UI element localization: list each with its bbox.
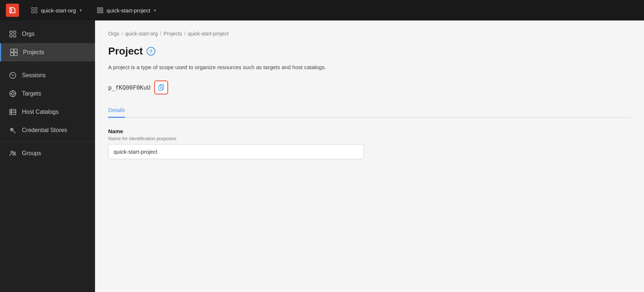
svg-rect-16	[14, 35, 16, 37]
main-content: Orgs / quick-start-org / Projects / quic…	[95, 20, 644, 292]
svg-point-34	[11, 151, 13, 153]
help-icon[interactable]: ?	[147, 47, 155, 56]
project-icon	[96, 7, 104, 14]
sidebar-divider-1	[0, 64, 95, 64]
svg-rect-10	[97, 12, 98, 13]
svg-rect-17	[11, 49, 14, 52]
svg-rect-8	[99, 10, 101, 11]
breadcrumb-org-name[interactable]: quick-start-org	[125, 31, 158, 37]
top-nav: quick-start-org ▾ quick-start-project ▾	[0, 0, 644, 20]
page-title: Project	[108, 45, 143, 57]
svg-rect-7	[97, 10, 98, 11]
breadcrumb-sep-1: /	[121, 31, 123, 37]
credential-stores-icon	[9, 126, 17, 134]
breadcrumb-orgs[interactable]: Orgs	[108, 31, 119, 37]
app-logo	[6, 4, 19, 17]
page-description: A project is a type of scope used to org…	[108, 63, 364, 72]
svg-rect-13	[10, 31, 12, 33]
resource-id: p_fKQ00F0KuU	[108, 84, 151, 91]
orgs-icon	[9, 30, 17, 38]
svg-rect-28	[10, 109, 16, 115]
project-name: quick-start-project	[107, 7, 150, 14]
sidebar-item-host-catalogs[interactable]: Host Catalogs	[0, 103, 95, 121]
sidebar: Orgs Projects Sessi	[0, 20, 95, 292]
svg-rect-0	[32, 8, 34, 10]
svg-rect-12	[102, 12, 103, 13]
svg-rect-15	[10, 35, 12, 37]
breadcrumb-sep-2: /	[160, 31, 162, 37]
breadcrumb: Orgs / quick-start-org / Projects / quic…	[108, 31, 631, 37]
project-selector[interactable]: quick-start-project ▾	[94, 5, 159, 15]
sessions-icon	[9, 71, 17, 79]
svg-rect-1	[35, 8, 37, 10]
sidebar-divider-2	[0, 142, 95, 142]
svg-rect-14	[14, 31, 16, 33]
tab-details-label: Details	[108, 107, 125, 113]
svg-rect-18	[14, 49, 17, 52]
sidebar-item-sessions[interactable]: Sessions	[0, 66, 95, 85]
sidebar-item-credential-stores[interactable]: Credential Stores	[0, 121, 95, 139]
svg-point-32	[11, 128, 13, 131]
breadcrumb-project-name[interactable]: quick-start-project	[188, 31, 228, 37]
org-icon	[31, 7, 38, 14]
tabs: Details	[108, 103, 631, 118]
sidebar-item-orgs[interactable]: Orgs	[0, 25, 95, 43]
tab-details[interactable]: Details	[108, 103, 125, 118]
sidebar-orgs-label: Orgs	[22, 31, 35, 37]
sidebar-projects-label: Projects	[23, 49, 44, 56]
targets-icon	[9, 90, 17, 98]
org-chevron: ▾	[80, 8, 82, 13]
svg-rect-19	[11, 53, 14, 56]
resource-id-row: p_fKQ00F0KuU	[108, 81, 631, 94]
breadcrumb-projects[interactable]: Projects	[164, 31, 182, 37]
name-field-hint: Name for identification purposes	[108, 136, 364, 141]
sidebar-item-projects[interactable]: Projects	[0, 43, 95, 61]
svg-point-23	[11, 92, 14, 95]
svg-rect-9	[102, 10, 103, 11]
projects-icon	[10, 48, 18, 56]
svg-rect-11	[99, 12, 101, 13]
svg-rect-5	[99, 8, 101, 9]
sidebar-item-targets[interactable]: Targets	[0, 85, 95, 103]
org-selector[interactable]: quick-start-org ▾	[28, 5, 85, 15]
svg-rect-2	[32, 11, 34, 13]
sidebar-groups-label: Groups	[22, 150, 41, 157]
svg-rect-4	[97, 8, 98, 9]
host-catalogs-icon	[9, 108, 17, 116]
copy-id-button[interactable]	[154, 81, 168, 94]
svg-rect-20	[14, 53, 17, 56]
svg-point-33	[11, 129, 12, 130]
page-title-row: Project ?	[108, 45, 631, 57]
sidebar-host-catalogs-label: Host Catalogs	[22, 109, 59, 115]
form-section: Name Name for identification purposes	[108, 128, 364, 159]
sidebar-targets-label: Targets	[22, 90, 41, 97]
sidebar-sessions-label: Sessions	[22, 72, 46, 79]
breadcrumb-sep-3: /	[184, 31, 186, 37]
main-layout: Orgs Projects Sessi	[0, 20, 644, 292]
svg-rect-3	[35, 11, 37, 13]
groups-icon	[9, 149, 17, 157]
svg-rect-6	[102, 8, 103, 9]
org-name: quick-start-org	[41, 7, 76, 14]
sidebar-credential-stores-label: Credential Stores	[22, 127, 67, 134]
sidebar-item-groups[interactable]: Groups	[0, 144, 95, 162]
name-input[interactable]	[108, 144, 364, 159]
name-field-label: Name	[108, 128, 364, 134]
svg-point-35	[14, 152, 15, 154]
project-chevron: ▾	[154, 8, 156, 13]
